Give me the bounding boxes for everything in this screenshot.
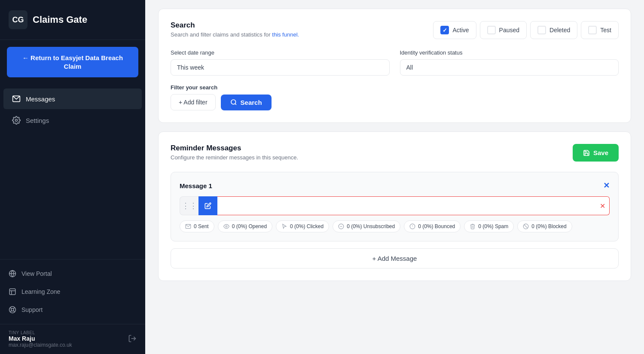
view-portal-label: View Portal — [21, 270, 52, 277]
book-icon — [9, 288, 16, 296]
filter-paused-label: Paused — [499, 27, 519, 34]
filter-active[interactable]: Active — [433, 21, 476, 39]
search-header: Search Search and filter claims and stat… — [171, 21, 619, 39]
sidebar-item-settings[interactable]: Settings — [3, 110, 142, 131]
svg-line-10 — [13, 311, 15, 312]
reminder-title-group: Reminder Messages Configure the reminder… — [171, 144, 298, 161]
user-section: tiny label Max Raju max.raju@claimsgate.… — [0, 324, 145, 354]
sidebar-item-learning-zone[interactable]: Learning Zone — [0, 283, 145, 301]
logo-icon: CG — [9, 10, 27, 29]
globe-icon — [9, 270, 16, 278]
pencil-icon — [204, 202, 211, 209]
svg-point-8 — [11, 308, 14, 311]
filter-paused[interactable]: Paused — [480, 21, 527, 39]
cursor-stat-icon — [281, 223, 287, 229]
sidebar-footer: View Portal Learning Zone Support — [0, 259, 145, 324]
stat-clicked: 0 (0%) Clicked — [276, 220, 329, 232]
svg-line-24 — [524, 225, 528, 228]
ban-stat-icon — [523, 223, 529, 229]
search-title: Search — [171, 21, 299, 30]
checkbox-test[interactable] — [588, 26, 597, 34]
message-stats-row: 0 Sent 0 (0%) Opened 0 (0%) Clicked — [180, 220, 610, 232]
message-title: Message 1 — [180, 182, 212, 189]
filter-row-label: Filter your search — [171, 84, 619, 91]
checkbox-paused[interactable] — [487, 26, 496, 34]
sidebar-item-view-portal[interactable]: View Portal — [0, 265, 145, 283]
date-range-select[interactable]: This week Last week This month Last mont… — [171, 59, 390, 76]
identity-verification-label: Identity verification status — [400, 49, 619, 56]
sidebar-item-support[interactable]: Support — [0, 301, 145, 319]
filter-deleted-label: Deleted — [549, 27, 570, 34]
svg-line-11 — [13, 308, 15, 309]
reminder-desc: Configure the reminder messages in this … — [171, 154, 298, 161]
reminder-title: Reminder Messages — [171, 144, 298, 153]
envelope-icon — [12, 95, 21, 103]
add-message-button[interactable]: + Add Message — [171, 248, 619, 269]
svg-line-12 — [10, 311, 12, 312]
user-email: max.raju@claimsgate.co.uk — [9, 342, 72, 348]
identity-verification-select[interactable]: All Verified Unverified Pending — [400, 59, 619, 76]
message-close-button[interactable]: ✕ — [603, 181, 610, 190]
sidebar-item-messages[interactable]: Messages — [3, 88, 142, 109]
filter-test[interactable]: Test — [581, 21, 619, 39]
reminder-messages-card: Reminder Messages Configure the reminder… — [158, 131, 631, 281]
message-input[interactable] — [217, 196, 610, 215]
filter-row: + Add filter Search — [171, 94, 619, 110]
svg-point-14 — [231, 100, 236, 104]
user-info: tiny label Max Raju max.raju@claimsgate.… — [9, 330, 72, 348]
search-button[interactable]: Search — [221, 95, 272, 110]
logout-button[interactable] — [128, 334, 137, 345]
learning-zone-label: Learning Zone — [21, 288, 60, 295]
add-filter-button[interactable]: + Add filter — [171, 94, 216, 110]
main-content: Search Search and filter claims and stat… — [145, 0, 644, 354]
identity-verification-group: Identity verification status All Verifie… — [400, 49, 619, 76]
date-range-group: Select date range This week Last week Th… — [171, 49, 390, 76]
minus-circle-stat-icon — [338, 223, 344, 229]
save-icon — [583, 150, 590, 156]
gear-icon — [12, 116, 21, 125]
app-title: Claims Gate — [33, 14, 87, 25]
search-icon — [230, 99, 237, 106]
message-card-header: Message 1 ✕ — [180, 181, 610, 190]
stat-spam: 0 (0%) Spam — [464, 220, 514, 232]
search-card: Search Search and filter claims and stat… — [158, 9, 631, 123]
sidebar: CG Claims Gate ← Return to Easyjet Data … — [0, 0, 145, 354]
search-title-group: Search Search and filter claims and stat… — [171, 21, 299, 38]
nav-items: Messages Settings — [0, 84, 145, 259]
filter-checkboxes: Active Paused Deleted Test — [433, 21, 619, 39]
save-button[interactable]: Save — [573, 144, 619, 162]
info-circle-stat-icon — [409, 223, 415, 229]
checkbox-deleted[interactable] — [537, 26, 546, 34]
return-button[interactable]: ← Return to Easyjet Data Breach Claim — [7, 47, 138, 77]
message-input-clear[interactable]: ✕ — [600, 202, 605, 210]
support-icon — [9, 306, 16, 314]
support-label: Support — [21, 306, 43, 313]
edit-message-button[interactable] — [198, 196, 217, 215]
user-name: Max Raju — [9, 335, 72, 342]
sidebar-logo: CG Claims Gate — [0, 0, 145, 40]
eye-stat-icon — [223, 223, 229, 229]
svg-rect-4 — [9, 289, 15, 295]
filter-active-label: Active — [452, 27, 469, 34]
checkbox-active[interactable] — [440, 26, 449, 34]
funnel-link[interactable]: this funnel. — [272, 31, 299, 38]
stat-bounced: 0 (0%) Bounced — [404, 220, 461, 232]
envelope-stat-icon — [185, 223, 191, 229]
stat-sent: 0 Sent — [180, 220, 214, 232]
stat-opened: 0 (0%) Opened — [218, 220, 272, 232]
filter-test-label: Test — [600, 27, 611, 34]
message-input-wrapper: ✕ — [217, 196, 610, 215]
sidebar-item-settings-label: Settings — [26, 117, 49, 124]
svg-point-17 — [226, 226, 227, 227]
reminder-header: Reminder Messages Configure the reminder… — [171, 144, 619, 162]
date-range-label: Select date range — [171, 49, 390, 56]
svg-point-1 — [15, 119, 18, 122]
svg-line-15 — [235, 104, 236, 105]
filter-deleted[interactable]: Deleted — [530, 21, 577, 39]
tiny-label: tiny label — [9, 330, 72, 335]
trash-stat-icon — [470, 223, 476, 229]
message-editor-row: ⋮⋮ ✕ — [180, 196, 610, 215]
search-desc: Search and filter claims and statistics … — [171, 31, 299, 38]
sidebar-item-messages-label: Messages — [26, 95, 55, 103]
drag-handle[interactable]: ⋮⋮ — [180, 196, 198, 215]
